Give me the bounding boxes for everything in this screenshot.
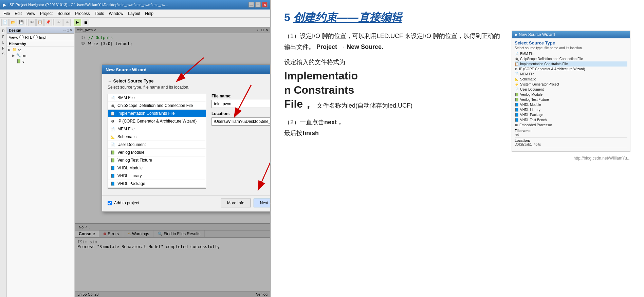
view-rtl[interactable]	[19, 35, 24, 39]
tree-item-xc[interactable]: ▶ 🔧 xc	[7, 53, 74, 58]
big-text-2: n Constraints	[284, 84, 354, 96]
redo-btn[interactable]: ↪	[63, 19, 71, 26]
menu-file[interactable]: File	[1, 11, 12, 17]
thumb-filename-row: File name: led	[515, 129, 627, 137]
hierarchy-label: Hierarchy	[7, 41, 74, 47]
minimize-button[interactable]: —	[249, 2, 254, 7]
side-icon-3[interactable]: L	[2, 40, 5, 45]
thumb-item-embedded: 🖥Embedded Processor	[515, 123, 627, 128]
thumb-item-vhdl-test: 📘VHDL Test Bench	[515, 117, 627, 123]
source-item-bmm[interactable]: 📄 BMM File	[108, 94, 206, 102]
source-item-mem[interactable]: 📄 MEM File	[108, 125, 206, 133]
thumb-icon-embedded: 🖥	[515, 123, 518, 127]
file-name-input[interactable]	[211, 100, 270, 108]
menu-layout[interactable]: Layout	[126, 11, 142, 17]
menu-project[interactable]: Project	[38, 11, 55, 17]
view-impl[interactable]	[33, 35, 38, 39]
dialog-subtitle: ← Select Source Type	[108, 78, 270, 83]
file-name-group: File name:	[211, 94, 270, 108]
panel-ctrl-3[interactable]: ✕	[70, 29, 72, 32]
save-btn[interactable]: 💾	[18, 19, 25, 26]
thumb-icon-ip: ⚙	[515, 67, 518, 71]
side-icon-5[interactable]: S	[1, 52, 5, 57]
menu-edit[interactable]: Edit	[13, 11, 24, 17]
thumb-label-vhdl-lib: VHDL Library	[520, 108, 540, 112]
source-icon-vhdl-lib: 📘	[110, 173, 115, 179]
source-item-verilog-module[interactable]: 📗 Verilog Module	[108, 149, 206, 156]
thumb-filename-val: led	[515, 133, 627, 137]
sep1	[26, 19, 27, 25]
thumb-label-chipscope: ChipScope Definition and Connection File	[520, 57, 583, 61]
thumb-icon-vhdl-lib: 📘	[515, 108, 519, 112]
open-btn[interactable]: 📂	[10, 19, 17, 26]
cut-btn[interactable]: ✂	[28, 19, 36, 26]
source-item-ip[interactable]: ⚙ IP (CORE Generator & Architecture Wiza…	[108, 117, 206, 125]
thumb-item-bmm: 📄BMM File	[515, 51, 627, 56]
panel-ctrl-2[interactable]: □	[67, 29, 69, 32]
thumbnail-title-icon: ▶	[515, 32, 519, 37]
more-info-button[interactable]: More Info	[221, 199, 251, 207]
step2-text: （2）一直点击	[284, 119, 324, 126]
menu-process[interactable]: Process	[73, 11, 92, 17]
thumb-label-vhdl-pkg: VHDL Package	[520, 113, 543, 117]
menu-source[interactable]: Source	[55, 11, 72, 17]
new-btn[interactable]: 📄	[1, 19, 9, 26]
title-bar-left: ▶ ISE Project Navigator (P.20131013) - C…	[3, 2, 168, 7]
undo-btn[interactable]: ↩	[55, 19, 62, 26]
copy-btn[interactable]: 📋	[36, 19, 44, 26]
source-item-chipscope[interactable]: 🔌 ChipScope Definition and Connection Fi…	[108, 102, 206, 110]
thumb-icon-sysgen: ⚡	[515, 82, 519, 86]
thumb-icon-mem: 📄	[515, 72, 519, 76]
tree-label-te: te	[18, 48, 21, 52]
dialog-description: Select source type, file name and its lo…	[108, 85, 270, 90]
maximize-button[interactable]: □	[255, 2, 261, 7]
menu-view[interactable]: View	[24, 11, 37, 17]
toolbar: 📄 📂 💾 ✂ 📋 📌 ↩ ↪ ▶ ⏹	[0, 18, 270, 27]
source-item-schematic[interactable]: 📐 Schematic	[108, 133, 206, 141]
menu-window[interactable]: Window	[107, 11, 126, 17]
side-icon-4[interactable]: P	[1, 46, 5, 51]
source-item-vhdl-pkg[interactable]: 📘 VHDL Package	[108, 180, 206, 188]
menu-bar: File Edit View Project Source Process To…	[0, 10, 270, 18]
thumb-label-verilog-test: Verilog Test Fixture	[520, 98, 549, 101]
source-label-vhdl-mod: VHDL Module	[117, 166, 143, 170]
source-label-bmm: BMM File	[117, 95, 135, 100]
tree-icon-xc: 🔧	[16, 53, 21, 58]
source-item-impl-constraints[interactable]: 📋 Implementation Constraints File	[108, 110, 206, 117]
source-item-vhdl-test[interactable]: 📘 VHDL Test Bench	[108, 188, 206, 189]
source-item-vhdl-module[interactable]: 📘 VHDL Module	[108, 164, 206, 172]
thumb-location-row: Location: D:\ISE\lab1_4bits	[515, 139, 627, 147]
stop-btn[interactable]: ⏹	[82, 19, 89, 26]
menu-help[interactable]: Help	[143, 11, 155, 17]
source-label-ip: IP (CORE Generator & Architecture Wizard…	[117, 119, 197, 124]
source-item-verilog-test[interactable]: 📗 Verilog Test Fixture	[108, 156, 206, 164]
sep2	[53, 19, 54, 25]
source-item-userdoc[interactable]: 📄 User Document	[108, 141, 206, 149]
side-icons: D F L P S	[0, 27, 7, 297]
run-btn[interactable]: ▶	[74, 19, 81, 26]
side-icon-2[interactable]: F	[1, 34, 5, 39]
thumb-item-sysgen: ⚡System Generator Project	[515, 82, 627, 87]
tree-item-v[interactable]: 📗 v	[7, 58, 74, 64]
thumb-label-impl: Implementation Constraints File	[520, 62, 568, 66]
thumbnail-subtitle: Select Source Type	[512, 38, 630, 46]
menu-tools[interactable]: Tools	[93, 11, 106, 17]
side-icon-1[interactable]: D	[1, 29, 5, 34]
thumb-icon-chipscope: 🔌	[515, 57, 519, 61]
tutorial-panel: 5 创建约束——直接编辑 （1）设定I/O 脚的位置，可以利用LED.UCF 来…	[271, 0, 644, 297]
thumb-filename-label: File name:	[515, 129, 627, 133]
source-icon-ip: ⚙	[110, 118, 115, 124]
source-label-vhdl-lib: VHDL Library	[117, 173, 142, 178]
panel-ctrl-1[interactable]: ↔	[63, 29, 66, 32]
source-item-vhdl-lib[interactable]: 📘 VHDL Library	[108, 172, 206, 180]
tree-item-te[interactable]: ▶ 📁 te	[7, 47, 74, 53]
source-icon-bmm: 📄	[110, 95, 115, 100]
add-to-project-checkbox[interactable]	[108, 201, 112, 205]
thumb-item-vhdl-lib: 📘VHDL Library	[515, 107, 627, 112]
next-button[interactable]: Next >	[254, 199, 270, 207]
ise-window: ▶ ISE Project Navigator (P.20131013) - C…	[0, 0, 271, 297]
location-input[interactable]	[211, 117, 270, 126]
close-button[interactable]: ✕	[262, 2, 268, 7]
paste-btn[interactable]: 📌	[44, 19, 52, 26]
thumb-label-ip: IP (CORE Generator & Architecture Wizard…	[519, 67, 585, 71]
